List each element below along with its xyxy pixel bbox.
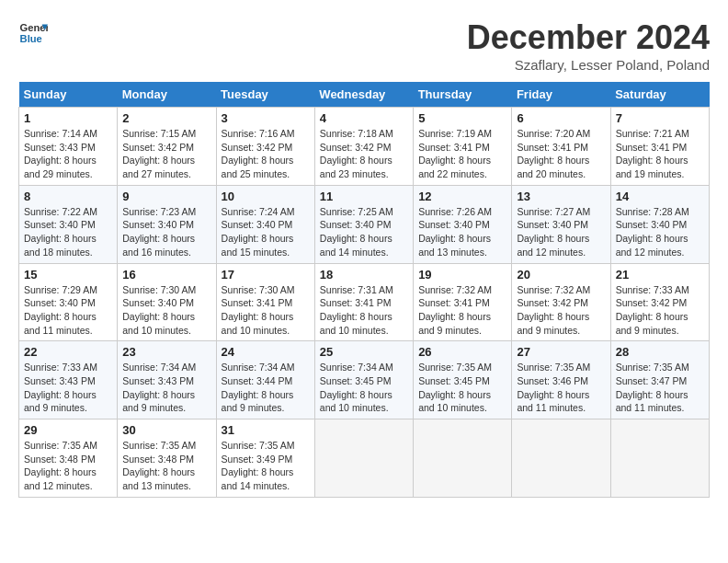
day-cell: 9 Sunrise: 7:23 AMSunset: 3:40 PMDayligh… — [118, 185, 216, 263]
day-number: 19 — [418, 268, 506, 282]
logo-icon: General Blue — [18, 18, 48, 48]
header-row: SundayMondayTuesdayWednesdayThursdayFrid… — [19, 82, 710, 108]
day-info: Sunrise: 7:35 AMSunset: 3:46 PMDaylight:… — [517, 361, 605, 415]
day-number: 30 — [122, 423, 210, 437]
day-info: Sunrise: 7:33 AMSunset: 3:42 PMDaylight:… — [616, 283, 704, 338]
day-info: Sunrise: 7:15 AMSunset: 3:42 PMDaylight:… — [122, 127, 210, 181]
day-cell — [512, 419, 610, 498]
day-info: Sunrise: 7:32 AMSunset: 3:41 PMDaylight:… — [418, 283, 506, 338]
day-number: 16 — [122, 268, 210, 282]
day-cell: 19 Sunrise: 7:32 AMSunset: 3:41 PMDaylig… — [414, 263, 512, 341]
day-cell: 21 Sunrise: 7:33 AMSunset: 3:42 PMDaylig… — [610, 263, 709, 341]
day-number: 11 — [320, 190, 408, 203]
day-number: 23 — [122, 345, 210, 359]
header-cell-wednesday: Wednesday — [314, 82, 413, 108]
day-number: 5 — [418, 111, 506, 125]
day-number: 28 — [616, 345, 704, 359]
day-cell: 8 Sunrise: 7:22 AMSunset: 3:40 PMDayligh… — [19, 185, 118, 263]
month-title: December 2024 — [467, 18, 710, 57]
day-cell: 22 Sunrise: 7:33 AMSunset: 3:43 PMDaylig… — [19, 341, 118, 419]
day-info: Sunrise: 7:35 AMSunset: 3:49 PMDaylight:… — [222, 439, 310, 493]
day-number: 7 — [616, 111, 704, 125]
day-info: Sunrise: 7:28 AMSunset: 3:40 PMDaylight:… — [616, 205, 704, 259]
day-info: Sunrise: 7:23 AMSunset: 3:40 PMDaylight:… — [122, 205, 210, 259]
day-info: Sunrise: 7:30 AMSunset: 3:40 PMDaylight:… — [122, 283, 210, 338]
day-info: Sunrise: 7:24 AMSunset: 3:40 PMDaylight:… — [222, 205, 310, 259]
day-cell: 26 Sunrise: 7:35 AMSunset: 3:45 PMDaylig… — [414, 341, 512, 419]
day-number: 12 — [418, 190, 506, 203]
day-info: Sunrise: 7:35 AMSunset: 3:48 PMDaylight:… — [122, 439, 210, 493]
day-cell: 28 Sunrise: 7:35 AMSunset: 3:47 PMDaylig… — [610, 341, 709, 419]
day-number: 21 — [616, 268, 704, 282]
week-row-5: 29 Sunrise: 7:35 AMSunset: 3:48 PMDaylig… — [19, 419, 710, 498]
logo: General Blue — [18, 18, 48, 48]
day-cell: 5 Sunrise: 7:19 AMSunset: 3:41 PMDayligh… — [414, 108, 512, 186]
day-number: 26 — [418, 345, 506, 359]
calendar-table: SundayMondayTuesdayWednesdayThursdayFrid… — [18, 82, 710, 498]
svg-text:Blue: Blue — [20, 33, 42, 44]
day-number: 9 — [122, 190, 210, 203]
day-cell: 31 Sunrise: 7:35 AMSunset: 3:49 PMDaylig… — [216, 419, 314, 498]
day-info: Sunrise: 7:30 AMSunset: 3:41 PMDaylight:… — [222, 283, 310, 338]
day-info: Sunrise: 7:34 AMSunset: 3:44 PMDaylight:… — [222, 361, 310, 415]
day-number: 17 — [222, 268, 310, 282]
day-info: Sunrise: 7:34 AMSunset: 3:45 PMDaylight:… — [320, 361, 408, 415]
day-cell: 11 Sunrise: 7:25 AMSunset: 3:40 PMDaylig… — [314, 185, 413, 263]
day-cell: 20 Sunrise: 7:32 AMSunset: 3:42 PMDaylig… — [512, 263, 610, 341]
day-info: Sunrise: 7:34 AMSunset: 3:43 PMDaylight:… — [122, 361, 210, 415]
day-info: Sunrise: 7:22 AMSunset: 3:40 PMDaylight:… — [24, 205, 112, 259]
header-cell-sunday: Sunday — [19, 82, 118, 108]
location-subtitle: Szaflary, Lesser Poland, Poland — [467, 57, 710, 73]
week-row-3: 15 Sunrise: 7:29 AMSunset: 3:40 PMDaylig… — [19, 263, 710, 341]
day-number: 27 — [517, 345, 605, 359]
day-number: 25 — [320, 345, 408, 359]
day-number: 3 — [222, 111, 310, 125]
day-info: Sunrise: 7:29 AMSunset: 3:40 PMDaylight:… — [24, 283, 112, 338]
day-number: 15 — [24, 268, 112, 282]
day-info: Sunrise: 7:32 AMSunset: 3:42 PMDaylight:… — [517, 283, 605, 338]
day-number: 6 — [517, 111, 605, 125]
day-cell — [314, 419, 413, 498]
day-cell: 27 Sunrise: 7:35 AMSunset: 3:46 PMDaylig… — [512, 341, 610, 419]
header-cell-monday: Monday — [118, 82, 216, 108]
day-cell: 13 Sunrise: 7:27 AMSunset: 3:40 PMDaylig… — [512, 185, 610, 263]
week-row-1: 1 Sunrise: 7:14 AMSunset: 3:43 PMDayligh… — [19, 108, 710, 186]
day-info: Sunrise: 7:25 AMSunset: 3:40 PMDaylight:… — [320, 205, 408, 259]
week-row-2: 8 Sunrise: 7:22 AMSunset: 3:40 PMDayligh… — [19, 185, 710, 263]
day-info: Sunrise: 7:18 AMSunset: 3:42 PMDaylight:… — [320, 127, 408, 181]
header-cell-tuesday: Tuesday — [216, 82, 314, 108]
day-number: 10 — [222, 190, 310, 203]
title-area: December 2024 Szaflary, Lesser Poland, P… — [467, 18, 710, 73]
week-row-4: 22 Sunrise: 7:33 AMSunset: 3:43 PMDaylig… — [19, 341, 710, 419]
header-cell-friday: Friday — [512, 82, 610, 108]
day-number: 14 — [616, 190, 704, 203]
day-info: Sunrise: 7:33 AMSunset: 3:43 PMDaylight:… — [24, 361, 112, 415]
header-cell-saturday: Saturday — [610, 82, 709, 108]
day-cell: 15 Sunrise: 7:29 AMSunset: 3:40 PMDaylig… — [19, 263, 118, 341]
svg-text:General: General — [20, 22, 48, 33]
day-number: 24 — [222, 345, 310, 359]
day-cell: 30 Sunrise: 7:35 AMSunset: 3:48 PMDaylig… — [118, 419, 216, 498]
day-cell: 18 Sunrise: 7:31 AMSunset: 3:41 PMDaylig… — [314, 263, 413, 341]
day-number: 1 — [24, 111, 112, 125]
day-info: Sunrise: 7:14 AMSunset: 3:43 PMDaylight:… — [24, 127, 112, 181]
day-cell: 24 Sunrise: 7:34 AMSunset: 3:44 PMDaylig… — [216, 341, 314, 419]
day-cell: 23 Sunrise: 7:34 AMSunset: 3:43 PMDaylig… — [118, 341, 216, 419]
header-cell-thursday: Thursday — [414, 82, 512, 108]
day-cell: 10 Sunrise: 7:24 AMSunset: 3:40 PMDaylig… — [216, 185, 314, 263]
day-number: 2 — [122, 111, 210, 125]
day-cell: 4 Sunrise: 7:18 AMSunset: 3:42 PMDayligh… — [314, 108, 413, 186]
day-cell: 17 Sunrise: 7:30 AMSunset: 3:41 PMDaylig… — [216, 263, 314, 341]
day-info: Sunrise: 7:35 AMSunset: 3:45 PMDaylight:… — [418, 361, 506, 415]
day-info: Sunrise: 7:16 AMSunset: 3:42 PMDaylight:… — [222, 127, 310, 181]
day-cell: 1 Sunrise: 7:14 AMSunset: 3:43 PMDayligh… — [19, 108, 118, 186]
day-number: 8 — [24, 190, 112, 203]
day-info: Sunrise: 7:35 AMSunset: 3:47 PMDaylight:… — [616, 361, 704, 415]
day-info: Sunrise: 7:26 AMSunset: 3:40 PMDaylight:… — [418, 205, 506, 259]
day-number: 20 — [517, 268, 605, 282]
day-cell: 16 Sunrise: 7:30 AMSunset: 3:40 PMDaylig… — [118, 263, 216, 341]
day-cell: 12 Sunrise: 7:26 AMSunset: 3:40 PMDaylig… — [414, 185, 512, 263]
day-info: Sunrise: 7:27 AMSunset: 3:40 PMDaylight:… — [517, 205, 605, 259]
day-number: 13 — [517, 190, 605, 203]
day-cell — [610, 419, 709, 498]
